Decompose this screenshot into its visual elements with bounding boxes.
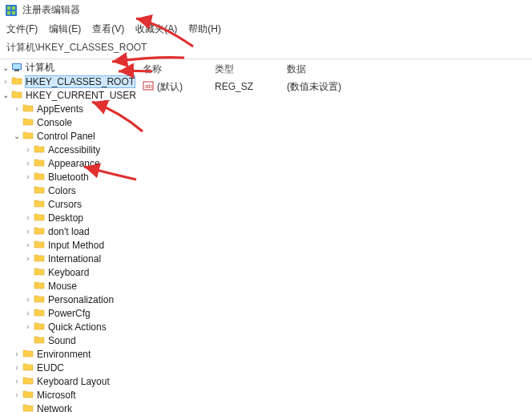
expand-icon[interactable]: › (22, 145, 34, 154)
tree-label[interactable]: Environment (36, 349, 91, 360)
node-dont-load[interactable]: ›don't load (0, 224, 137, 238)
folder-icon (34, 143, 47, 156)
column-type[interactable]: 类型 (215, 63, 287, 76)
value-data: (数值未设置) (287, 80, 527, 94)
node-input-method[interactable]: ›Input Method (0, 238, 137, 252)
folder-icon (22, 116, 36, 128)
value-type: REG_SZ (215, 81, 287, 92)
node-network[interactable]: ›Network (0, 402, 137, 412)
node-hkey-classes-root[interactable]: ›HKEY_CLASSES_ROOT (0, 75, 137, 88)
folder-icon (34, 239, 47, 251)
tree-label[interactable]: don't load (47, 226, 91, 237)
folder-icon (34, 212, 47, 224)
tree-pane[interactable]: ⌄计算机›HKEY_CLASSES_ROOT⌄HKEY_CURRENT_USER… (0, 59, 138, 412)
tree-label[interactable]: HKEY_CLASSES_ROOT (25, 75, 135, 88)
tree-label[interactable]: Colors (47, 185, 77, 196)
tree-label[interactable]: Mouse (47, 281, 78, 292)
node-sound[interactable]: ›Sound (0, 333, 137, 347)
collapse-icon[interactable]: ⌄ (0, 63, 11, 72)
app-icon (5, 4, 18, 17)
list-pane[interactable]: 名称 类型 数据 (默认)REG_SZ(数值未设置) (138, 59, 532, 412)
tree-label[interactable]: Console (36, 117, 73, 128)
tree-label[interactable]: PowerCfg (47, 308, 91, 319)
node-environment[interactable]: ›Environment (0, 347, 137, 361)
string-value-icon (143, 80, 157, 94)
list-row[interactable]: (默认)REG_SZ(数值未设置) (138, 79, 532, 94)
tree-label[interactable]: HKEY_CURRENT_USER (25, 90, 137, 101)
node-hkey-current-user[interactable]: ⌄HKEY_CURRENT_USER (0, 88, 137, 102)
address-text: 计算机\HKEY_CLASSES_ROOT (6, 42, 147, 53)
expand-icon[interactable]: › (22, 295, 34, 304)
folder-icon (34, 252, 47, 265)
expand-icon[interactable]: › (22, 172, 34, 181)
tree-label[interactable]: Personalization (47, 294, 115, 305)
tree-label[interactable]: AppEvents (36, 103, 84, 115)
node-cursors[interactable]: ›Cursors (0, 197, 137, 211)
folder-icon (34, 321, 47, 333)
tree-label[interactable]: Accessibility (47, 144, 101, 156)
menu-view[interactable]: 查看(V) (92, 22, 124, 36)
node-computer[interactable]: ⌄计算机 (0, 61, 137, 75)
column-name[interactable]: 名称 (143, 63, 215, 76)
node-international[interactable]: ›International (0, 252, 137, 265)
folder-icon (22, 389, 36, 401)
folder-icon (34, 184, 47, 196)
node-powercfg[interactable]: ›PowerCfg (0, 306, 137, 320)
expand-icon[interactable]: › (22, 213, 34, 222)
tree-label[interactable]: Keyboard Layout (36, 376, 111, 387)
expand-icon[interactable]: › (22, 309, 34, 317)
column-data[interactable]: 数据 (287, 63, 527, 76)
tree-label[interactable]: Network (36, 403, 73, 413)
folder-icon (34, 157, 47, 169)
expand-icon[interactable]: › (22, 322, 34, 331)
node-bluetooth[interactable]: ›Bluetooth (0, 170, 137, 184)
tree-label[interactable]: Microsoft (36, 390, 77, 401)
node-quick-actions[interactable]: ›Quick Actions (0, 320, 137, 333)
node-desktop[interactable]: ›Desktop (0, 211, 137, 224)
node-colors[interactable]: ›Colors (0, 184, 137, 197)
menu-favorites[interactable]: 收藏夹(A) (135, 22, 177, 36)
expand-icon[interactable]: › (22, 159, 34, 168)
node-keyboard[interactable]: ›Keyboard (0, 265, 137, 279)
expand-icon[interactable]: › (11, 104, 22, 113)
node-appearance[interactable]: ›Appearance (0, 156, 137, 170)
tree-label[interactable]: Bluetooth (47, 172, 90, 183)
node-microsoft[interactable]: ›Microsoft (0, 388, 137, 402)
collapse-icon[interactable]: ⌄ (0, 91, 11, 99)
tree-label[interactable]: Quick Actions (47, 321, 107, 333)
expand-icon[interactable]: › (11, 349, 22, 358)
menu-file[interactable]: 文件(F) (6, 22, 38, 36)
titlebar: 注册表编辑器 (0, 0, 532, 20)
node-control-panel[interactable]: ⌄Control Panel (0, 129, 137, 143)
expand-icon[interactable]: › (22, 227, 34, 236)
tree-label[interactable]: International (47, 253, 102, 265)
node-appevents[interactable]: ›AppEvents (0, 102, 137, 115)
expand-icon[interactable]: › (22, 240, 34, 249)
tree-label[interactable]: Control Panel (36, 131, 96, 142)
expand-icon[interactable]: › (0, 77, 11, 86)
tree-label[interactable]: 计算机 (25, 61, 55, 75)
tree-label[interactable]: Input Method (47, 240, 105, 251)
menu-help[interactable]: 帮助(H) (188, 22, 221, 36)
tree-label[interactable]: Desktop (47, 212, 84, 224)
node-eudc[interactable]: ›EUDC (0, 361, 137, 374)
address-bar[interactable]: 计算机\HKEY_CLASSES_ROOT (0, 38, 532, 59)
expand-icon[interactable]: › (22, 254, 34, 263)
folder-icon (11, 89, 25, 101)
collapse-icon[interactable]: ⌄ (11, 131, 22, 140)
tree-label[interactable]: Keyboard (47, 267, 90, 278)
expand-icon[interactable]: › (11, 390, 22, 399)
folder-icon (11, 75, 25, 87)
node-personalization[interactable]: ›Personalization (0, 293, 137, 306)
node-accessibility[interactable]: ›Accessibility (0, 143, 137, 156)
tree-label[interactable]: Sound (47, 335, 77, 346)
node-mouse[interactable]: ›Mouse (0, 279, 137, 293)
menu-edit[interactable]: 编辑(E) (49, 22, 81, 36)
tree-label[interactable]: Appearance (47, 158, 101, 169)
tree-label[interactable]: EUDC (36, 362, 65, 374)
node-keyboard-layout[interactable]: ›Keyboard Layout (0, 374, 137, 388)
expand-icon[interactable]: › (11, 377, 22, 386)
node-console[interactable]: ›Console (0, 115, 137, 129)
tree-label[interactable]: Cursors (47, 199, 83, 210)
expand-icon[interactable]: › (11, 363, 22, 372)
